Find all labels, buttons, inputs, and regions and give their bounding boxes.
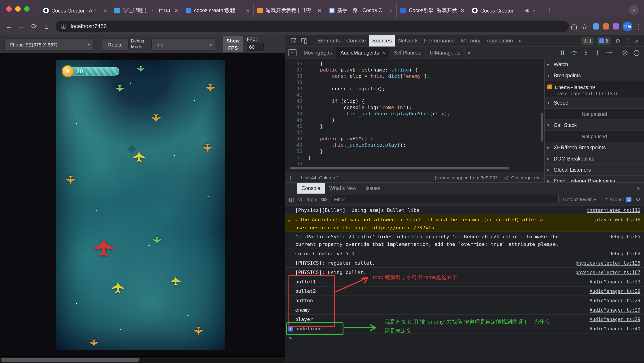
line-number[interactable]: 41 (285, 92, 308, 98)
source-location-link[interactable]: debug.ts:85 (609, 233, 640, 241)
step-out-icon[interactable] (594, 49, 602, 57)
horizontal-scrollbar[interactable] (0, 356, 285, 363)
browser-tab[interactable]: Cocos引擎_游戏开发× (396, 3, 468, 18)
issues-link-label[interactable]: 2 Issues: (604, 196, 624, 202)
devtools-menu-kebab-icon[interactable]: ⋮ (625, 37, 630, 44)
tab-close-icon[interactable]: × (175, 7, 178, 13)
browser-tab[interactable]: cocos creator教程× (182, 3, 253, 18)
step-into-icon[interactable] (582, 49, 590, 57)
console-settings-gear-icon[interactable]: ⚙ (636, 196, 640, 202)
console-sidebar-toggle-icon[interactable]: ◫ (289, 196, 294, 202)
line-number[interactable]: 45 (285, 117, 308, 123)
address-bar[interactable]: ⓘ localhost:7456 (56, 20, 569, 32)
source-location-link[interactable]: physics-selector.ts:126 (575, 259, 640, 267)
code-editor[interactable]: 36 }37 public playEffect(name: string) {… (285, 59, 544, 172)
show-navigator-icon[interactable]: ▸ (288, 49, 296, 56)
file-tab[interactable]: MovingBg.ts (300, 47, 336, 58)
line-number[interactable]: 43 (285, 105, 308, 111)
log-levels-select[interactable]: Default levels▾ (563, 196, 596, 202)
source-location-link[interactable]: instantiated.ts:110 (587, 207, 640, 214)
panel-tab-console[interactable]: Console (343, 35, 369, 46)
breakpoint-checkbox-icon[interactable]: ✓ (548, 85, 552, 90)
bookmark-star-icon[interactable]: ☆ (580, 21, 590, 31)
tab-whats-new[interactable]: What's New (325, 183, 361, 193)
file-tab[interactable]: SelfPlane.ts (390, 47, 426, 58)
console-prompt[interactable]: > (285, 333, 644, 343)
maximize-window-button[interactable] (24, 6, 30, 12)
sidebar-section-header[interactable]: ▾Breakpoints (545, 70, 644, 81)
issues-icon[interactable]: 2 (626, 196, 632, 202)
line-number[interactable]: 36 (285, 61, 308, 67)
more-tabs-icon[interactable]: » (516, 37, 524, 44)
line-number[interactable]: 48 (285, 136, 308, 142)
home-icon[interactable]: ⌂ (41, 21, 52, 32)
resume-pause-icon[interactable] (558, 49, 567, 57)
tab-console[interactable]: Console (297, 183, 325, 193)
line-number[interactable]: 51 (285, 155, 308, 161)
back-icon[interactable]: ← (4, 21, 14, 32)
line-number[interactable]: 39 (285, 80, 308, 86)
browser-menu-kebab-icon[interactable]: ⋮ (633, 21, 643, 31)
panel-tab-sources[interactable]: Sources (369, 35, 395, 46)
console-filter-input[interactable] (331, 195, 558, 203)
tab-close-icon[interactable]: × (318, 7, 321, 13)
deactivate-breakpoints-icon[interactable] (621, 49, 629, 57)
debug-mode-select[interactable]: Info ▾ (151, 38, 215, 50)
line-number[interactable]: 50 (285, 148, 308, 155)
source-location-link[interactable]: AudioManager.ts:29 (590, 306, 640, 314)
tab-close-icon[interactable]: × (382, 50, 385, 56)
line-number[interactable]: 40 (285, 86, 308, 92)
sidebar-section-header[interactable]: ▾Scope (545, 97, 644, 109)
panel-tab-elements[interactable]: Elements (314, 35, 343, 46)
game-canvas[interactable]: ★ 20 (56, 60, 225, 350)
browser-tab[interactable]: 哔哩哔哩 (゜-゜)つロ× (110, 3, 182, 18)
line-number[interactable]: 37 (285, 67, 308, 73)
panel-tab-performance[interactable]: Performance (421, 35, 458, 46)
source-location-link[interactable]: player-web.ts:16 (595, 216, 640, 224)
issues-counter[interactable]: 2 (596, 37, 610, 44)
editor-horizontal-scrollbar-thumb[interactable] (290, 167, 509, 169)
settings-gear-icon[interactable]: ⚙ (615, 37, 620, 44)
pretty-print-icon[interactable]: { } (289, 175, 298, 180)
line-number[interactable]: 38 (285, 73, 308, 80)
panel-tab-memory[interactable]: Memory (458, 35, 484, 46)
sidebar-section-header[interactable]: ▸XHR/fetch Breakpoints (545, 142, 644, 153)
javascript-context-select[interactable]: top▾ (306, 196, 317, 202)
line-number[interactable]: 49 (285, 142, 308, 148)
tab-issues[interactable]: Issues (361, 183, 385, 193)
breakpoint-entry[interactable]: ✓EnemyPlane.ts:49case Constant.COLLISIO… (545, 81, 644, 97)
source-location-link[interactable]: AudioManager.ts:29 (590, 297, 640, 305)
browser-tab[interactable]: Cocos Creator - AP× (39, 3, 110, 18)
expander-icon[interactable]: ▸ (295, 218, 300, 222)
line-number[interactable]: 52 (285, 161, 308, 167)
sidebar-section-header[interactable]: ▸Watch (545, 59, 644, 70)
source-location-link[interactable]: physics-selector.ts:187 (575, 269, 640, 276)
site-info-icon[interactable]: ⓘ (61, 20, 66, 32)
profile-avatar[interactable]: 慧东 (622, 21, 632, 31)
live-expression-eye-icon[interactable] (320, 197, 327, 201)
tab-close-icon[interactable]: × (532, 7, 536, 13)
new-tab-button[interactable]: + (544, 5, 554, 16)
drawer-menu-kebab-icon[interactable]: ⋮ (285, 185, 297, 191)
inspect-element-icon[interactable] (289, 36, 298, 45)
step-icon[interactable] (605, 49, 613, 57)
tab-close-icon[interactable]: × (389, 7, 393, 13)
extension-icon[interactable] (611, 21, 621, 31)
file-tab[interactable]: AudioManager.ts× (336, 47, 390, 58)
sidebar-section-header[interactable]: ▾Call Stack (545, 120, 644, 131)
device-toolbar-icon[interactable] (300, 36, 308, 45)
minimize-window-button[interactable] (15, 6, 20, 12)
scrollbar-thumb[interactable] (1, 358, 140, 362)
tab-close-icon[interactable]: × (246, 7, 250, 13)
forward-icon[interactable]: → (16, 21, 27, 32)
line-number[interactable]: 46 (285, 123, 308, 130)
browser-tab[interactable]: Cocos Creator× (468, 3, 539, 18)
rotate-button[interactable]: Rotate (102, 38, 129, 50)
extension-icon[interactable] (591, 21, 601, 31)
line-number[interactable]: 42 (285, 98, 308, 105)
console-inline-link[interactable]: https://goo.gl/7K7WLu (372, 225, 434, 231)
reload-icon[interactable]: ⟳ (28, 21, 39, 32)
close-window-button[interactable] (6, 6, 12, 12)
tab-close-icon[interactable]: × (461, 7, 464, 13)
source-location-link[interactable]: AudioManager.ts:29 (590, 288, 640, 295)
